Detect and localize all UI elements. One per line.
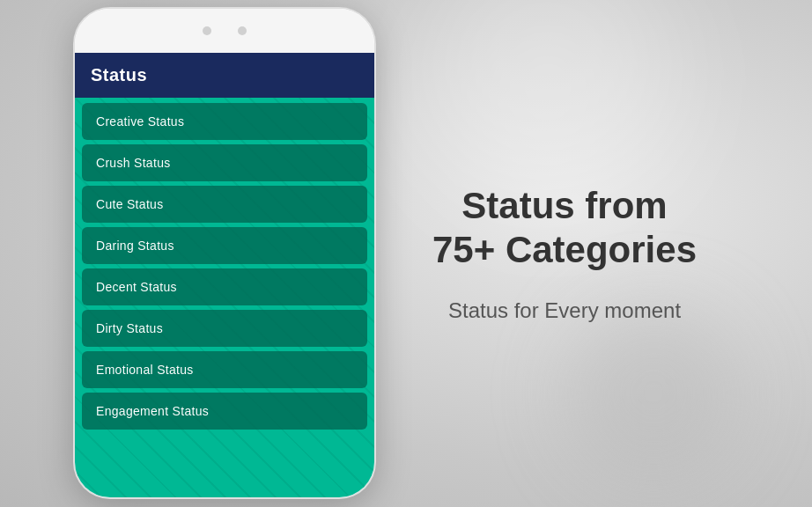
list-item-engagement-status[interactable]: Engagement Status [82, 393, 367, 430]
app-title: Status [91, 65, 147, 84]
camera-right-icon [238, 26, 247, 35]
camera-left-icon [203, 26, 211, 35]
main-heading: Status from75+ Categories [432, 184, 697, 273]
right-panel: Status from75+ Categories Status for Eve… [317, 149, 812, 359]
list-item-creative-status[interactable]: Creative Status [82, 103, 367, 140]
phone-top-bar [75, 9, 374, 53]
app-header: Status [75, 53, 374, 98]
sub-heading: Status for Every moment [448, 298, 681, 323]
